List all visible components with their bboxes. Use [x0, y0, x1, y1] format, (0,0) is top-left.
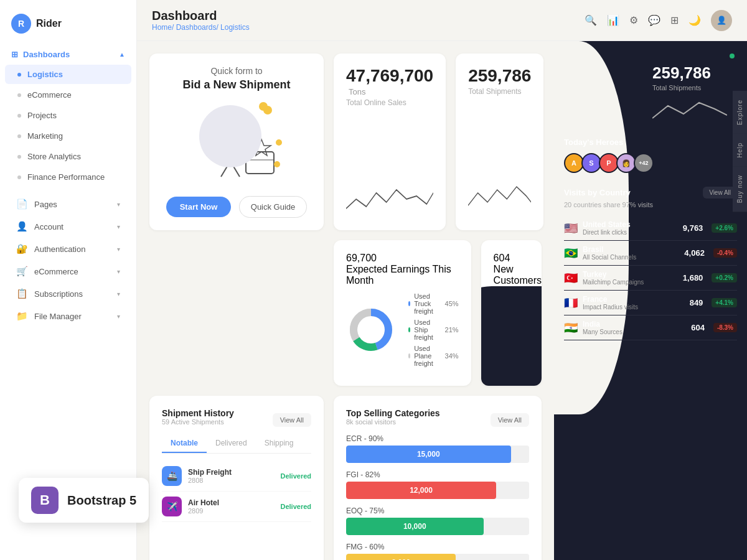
ship-name-1: Ship Freight — [188, 468, 274, 477]
visits-title: Visits by Country — [564, 188, 631, 197]
donut-legend: Used Truck freight 45% Used Ship freight… — [408, 292, 459, 367]
sidebar-item-projects[interactable]: Projects — [5, 106, 131, 125]
explore-button[interactable]: Explore — [733, 91, 747, 134]
chart-icon[interactable]: 📊 — [607, 14, 619, 26]
flag-us: 🇺🇸 — [564, 222, 578, 235]
country-info-in: India Many Sources — [583, 320, 686, 335]
visits-view-all-button[interactable]: View All — [703, 187, 737, 198]
shipments-label: Total Shipments — [468, 87, 531, 96]
country-info-tr: Turkey Mailchimp Campaigns — [583, 270, 678, 286]
logo-circle: R — [11, 14, 31, 34]
bottom-cards-row: Shipment History 59 Active Shipments Vie… — [149, 396, 542, 560]
ship-icon-1: 🚢 — [162, 466, 182, 486]
breadcrumb: Home/ Dashboards/ Logistics — [152, 23, 250, 32]
start-now-button[interactable]: Start Now — [166, 197, 232, 217]
dashboards-label: Dashboards — [23, 50, 70, 59]
online-sales-chart — [346, 107, 433, 218]
ship-name-2: Air Hotel — [188, 498, 274, 507]
earnings-number: 69,700 — [346, 253, 459, 264]
sidebar-item-file-manager[interactable]: 📁 File Manager ▾ — [5, 306, 131, 327]
logo[interactable]: R Rider — [0, 6, 136, 45]
quick-form-title: Bid a New Shipment — [182, 78, 290, 91]
shipment-item-2: ✈️ Air Hotel 2809 Delivered — [162, 492, 311, 522]
shipment-view-all-button[interactable]: View All — [273, 413, 311, 427]
cat-bar-ecr: ECR - 90% 15,000 — [346, 434, 529, 463]
message-icon[interactable]: 💬 — [648, 14, 660, 26]
cat-bar-fmg: FMG - 60% 8,000 — [346, 543, 529, 560]
country-in: 🇮🇳 India Many Sources 604 -8.3% — [564, 315, 737, 340]
sidebar-item-ecommerce2[interactable]: 🛒 eCommerce ▾ — [5, 261, 131, 282]
sidebar-item-ecommerce[interactable]: eCommerce — [5, 85, 131, 105]
quick-form-subtitle: Quick form to — [210, 66, 262, 76]
ship-id-2: 2809 — [188, 507, 274, 515]
flag-br: 🇧🇷 — [564, 246, 578, 260]
tab-shipping[interactable]: Shipping — [256, 434, 303, 453]
tab-notable[interactable]: Notable — [162, 434, 207, 453]
cat-fill-eoq: 10,000 — [346, 518, 484, 535]
logo-name: Rider — [36, 18, 62, 29]
dark-mode-toggle[interactable]: 🌙 — [688, 14, 701, 26]
bootstrap-label: Bootstrap 5 — [67, 493, 136, 508]
earnings-label: Expected Earnings This Month — [346, 264, 459, 286]
shipment-item-1: 🚢 Ship Freight 2808 Delivered — [162, 461, 311, 492]
sidebar-item-authentication[interactable]: 🔐 Authentication ▾ — [5, 238, 131, 259]
page-title: Dashboard — [152, 9, 250, 23]
shipment-tabs: Notable Delivered Shipping — [162, 434, 311, 454]
right-heroes-section: Today's Heroes A S P 👩 +42 — [554, 138, 747, 179]
shipments-number: 259,786 — [468, 66, 531, 85]
sidebar-group-dashboards[interactable]: ⊞ Dashboards ▲ — [0, 45, 136, 64]
top-cards-row: Quick form to Bid a New Shipment — [149, 54, 542, 230]
donut-chart — [346, 305, 396, 355]
content-area: Quick form to Bid a New Shipment — [137, 41, 747, 560]
change-us: +2.6% — [712, 223, 737, 233]
country-br: 🇧🇷 Brasil All Social Channels 4,062 -0.4… — [564, 241, 737, 266]
quick-guide-button[interactable]: Quick Guide — [239, 196, 308, 218]
right-panel-stats: 259,786 Total Shipments — [554, 41, 747, 138]
bootstrap-watermark: B Bootstrap 5 — [19, 478, 149, 523]
grid-icon[interactable]: ⊞ — [670, 14, 679, 26]
quick-form-buttons: Start Now Quick Guide — [166, 196, 308, 218]
help-button[interactable]: Help — [733, 134, 747, 167]
svg-point-10 — [276, 139, 282, 146]
shipments-card: 259,786 Total Shipments — [456, 54, 543, 230]
sidebar-item-account[interactable]: 👤 Account ▾ — [5, 216, 131, 237]
search-icon[interactable]: 🔍 — [585, 14, 597, 26]
buy-now-button[interactable]: Buy now — [733, 166, 747, 212]
shipment-history-header: Shipment History 59 Active Shipments Vie… — [162, 408, 311, 432]
sidebar-item-finance-performance[interactable]: Finance Performance — [5, 167, 131, 187]
right-heroes-avatars: A S P 👩 +42 — [564, 153, 737, 173]
ship-info-2: Air Hotel 2809 — [188, 498, 274, 515]
cat-bar-eoq: EOQ - 75% 10,000 — [346, 506, 529, 535]
sidebar-item-marketing[interactable]: Marketing — [5, 126, 131, 146]
visits-header: Visits by Country View All — [564, 187, 737, 198]
customers-number: 604 — [494, 253, 510, 263]
second-row: 69,700 Expected Earnings This Month — [149, 240, 542, 386]
quick-form-card: Quick form to Bid a New Shipment — [149, 54, 324, 230]
cat-fill-fgi: 12,000 — [346, 482, 496, 499]
online-sales-label: Total Online Sales — [346, 98, 433, 107]
right-panel: Explore Help Buy now 259,786 Total Shipm… — [554, 41, 747, 560]
ship-id-1: 2808 — [188, 477, 274, 484]
cat-bar-fgi: FGI - 82% 12,000 — [346, 470, 529, 499]
flag-tr: 🇹🇷 — [564, 271, 578, 285]
right-hero-more: +42 — [634, 153, 654, 173]
bootstrap-logo: B — [31, 487, 59, 514]
online-sales-unit: Tons — [349, 87, 365, 96]
shipment-history-card: Shipment History 59 Active Shipments Vie… — [149, 396, 324, 560]
user-avatar[interactable]: 👤 — [711, 10, 732, 31]
legend-ship: Used Ship freight 21% — [408, 319, 459, 341]
country-info-us: United States Direct link clicks — [583, 220, 678, 236]
settings-icon[interactable]: ⚙ — [629, 14, 638, 26]
country-fr: 🇫🇷 France Impact Radius visits 849 +4.1% — [564, 291, 737, 315]
tab-delivered[interactable]: Delivered — [207, 434, 256, 453]
customers-card: 604 New Customers This Month Today's Her… — [481, 240, 542, 386]
sidebar-item-subscriptions[interactable]: 📋 Subscriptions ▾ — [5, 283, 131, 304]
categories-view-all-button[interactable]: View All — [491, 413, 529, 427]
country-tr: 🇹🇷 Turkey Mailchimp Campaigns 1,680 +0.2… — [564, 266, 737, 291]
sidebar-item-store-analytics[interactable]: Store Analytics — [5, 147, 131, 166]
sidebar-item-logistics[interactable]: Logistics — [5, 65, 131, 84]
shipments-chart — [468, 96, 531, 218]
donut-section: Used Truck freight 45% Used Ship freight… — [346, 292, 459, 367]
sidebar-item-pages[interactable]: 📄 Pages ▾ — [5, 194, 131, 215]
right-heroes-title: Today's Heroes — [564, 138, 737, 147]
